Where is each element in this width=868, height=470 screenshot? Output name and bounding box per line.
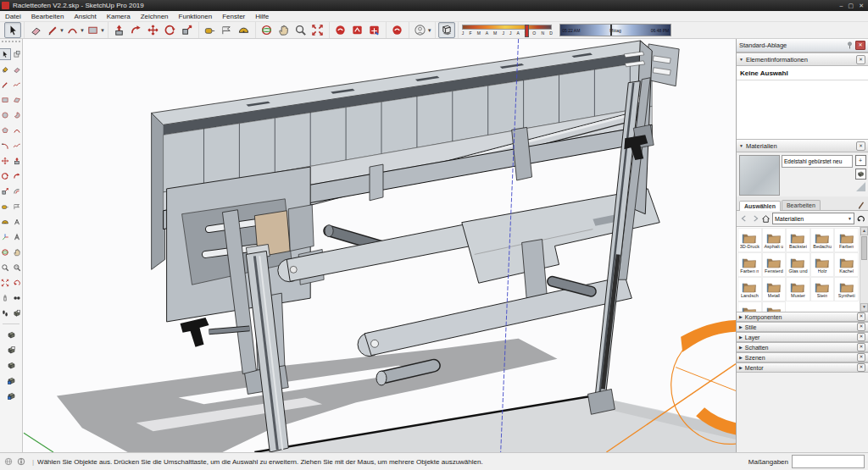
panel-close-button[interactable]: ✕	[857, 333, 865, 341]
warehouse-3d-button[interactable]	[332, 22, 349, 38]
push-pull-tool-button[interactable]	[111, 22, 128, 38]
subtract-tool-button[interactable]	[5, 374, 17, 386]
make-component-button[interactable]	[11, 48, 23, 60]
panel-header-mentor[interactable]: ▶Mentor✕	[737, 362, 868, 373]
rectangle-tool-button[interactable]	[0, 94, 11, 106]
dimension-tool-button[interactable]	[11, 201, 23, 213]
line-tool-button[interactable]	[0, 79, 11, 91]
shadow-date-handle[interactable]	[525, 25, 529, 37]
panel-header-entity-info[interactable]: ▼ Elementinformationen ✕	[737, 53, 868, 66]
material-name-field[interactable]: Edelstahl gebürstet neu	[782, 155, 853, 168]
orbit-tool-button[interactable]	[0, 246, 11, 258]
materials-scrollbar[interactable]: ▲ ▼	[860, 227, 868, 312]
3d-text-tool-button[interactable]	[11, 231, 23, 243]
materials-collection-dropdown[interactable]: Materialien ▼	[772, 213, 854, 224]
section-plane-tool-button[interactable]	[11, 307, 23, 319]
zoom-window-tool-button[interactable]	[11, 262, 23, 274]
axes-tool-button[interactable]	[0, 231, 11, 243]
panel-header-layer[interactable]: ▶Layer✕	[737, 332, 868, 342]
send-to-layout-button[interactable]	[389, 22, 406, 38]
material-folder-teppich[interactable]: Teppich	[737, 301, 762, 312]
pan-tool-button[interactable]	[275, 22, 292, 38]
menu-kamera[interactable]: Kamera	[102, 13, 136, 20]
shape-tool-button[interactable]	[85, 22, 102, 38]
menu-ansicht[interactable]: Ansicht	[69, 13, 101, 20]
polygon-tool-button[interactable]	[0, 124, 11, 136]
arc-tool-button[interactable]	[64, 22, 81, 38]
material-folder-bedachu[interactable]: Bedachu	[810, 228, 835, 252]
material-folder-metall[interactable]: Metall	[762, 277, 787, 301]
expand-arrow-icon[interactable]: ▶	[739, 355, 743, 360]
scale-tool-button[interactable]	[0, 185, 11, 197]
zoom-extents-tool-button[interactable]	[309, 22, 326, 38]
collapse-arrow-icon[interactable]: ▼	[739, 143, 743, 148]
rotate-tool-button[interactable]	[0, 170, 11, 182]
shadows-toggle-button[interactable]	[438, 22, 455, 38]
panel-close-button[interactable]: ✕	[857, 363, 865, 372]
material-folder-farben-n[interactable]: Farben n	[737, 252, 762, 277]
shadow-date-slider[interactable]: J F M A M J J A S O N D	[462, 25, 554, 36]
protractor-tool-button[interactable]	[236, 22, 253, 38]
measurements-input[interactable]	[792, 455, 865, 468]
maximize-button[interactable]: ▢	[849, 3, 854, 9]
rotate-tool-button[interactable]	[162, 22, 179, 38]
line-tool-button[interactable]	[44, 22, 61, 38]
scale-tool-button[interactable]	[179, 22, 196, 38]
trim-tool-button[interactable]	[5, 390, 17, 401]
sample-brush-icon[interactable]	[857, 200, 865, 210]
minimize-button[interactable]: –	[840, 3, 843, 9]
secondary-pane-icon[interactable]	[855, 169, 866, 180]
move-tool-button[interactable]	[145, 22, 162, 38]
credits-info-icon[interactable]	[16, 456, 26, 467]
circle-tool-button[interactable]	[0, 109, 11, 121]
menu-zeichnen[interactable]: Zeichnen	[136, 13, 174, 20]
account-button[interactable]	[412, 22, 429, 38]
material-folder-syntheti[interactable]: Syntheti	[834, 277, 859, 301]
expand-arrow-icon[interactable]: ▶	[739, 345, 743, 350]
material-folder-holz[interactable]: Holz	[810, 252, 835, 277]
scroll-down-icon[interactable]: ▼	[860, 303, 868, 312]
menu-funktionen[interactable]: Funktionen	[174, 13, 218, 20]
menu-datei[interactable]: Datei	[0, 13, 26, 20]
material-folder-muster[interactable]: Muster	[786, 277, 810, 301]
walk-tool-button[interactable]	[0, 307, 11, 319]
geolocation-icon[interactable]	[3, 456, 14, 467]
menu-bearbeiten[interactable]: Bearbeiten	[26, 13, 70, 20]
outer-shell-tool-button[interactable]	[5, 329, 17, 340]
panel-close-button[interactable]: ✕	[857, 312, 865, 321]
panel-header-szenen[interactable]: ▶Szenen✕	[737, 352, 868, 362]
intersect-tool-button[interactable]	[5, 344, 17, 356]
paint-bucket-tool-button[interactable]	[0, 64, 11, 75]
share-model-button[interactable]	[366, 22, 383, 38]
dimension-tool-button[interactable]	[219, 22, 236, 38]
select-tool-button[interactable]	[4, 22, 21, 38]
zoom-extents-tool-button[interactable]	[0, 277, 11, 289]
previous-view-tool-button[interactable]	[11, 277, 23, 289]
position-camera-tool-button[interactable]	[0, 292, 11, 304]
create-material-icon[interactable]: +	[855, 155, 866, 166]
panel-close-button[interactable]: ✕	[857, 353, 865, 362]
arc-tool-button[interactable]	[11, 124, 23, 136]
eraser-tool-button[interactable]	[11, 64, 23, 75]
model-canvas[interactable]	[23, 39, 736, 452]
shadow-time-slider[interactable]: 05:22 AM Mittag 06:48 PM	[559, 24, 671, 36]
back-arrow-icon[interactable]	[739, 214, 748, 224]
tray-close-button[interactable]: ✕	[855, 41, 865, 50]
menu-hilfe[interactable]: Hilfe	[250, 13, 274, 20]
two-point-arc-tool-button[interactable]	[0, 140, 11, 152]
union-tool-button[interactable]	[5, 359, 17, 371]
tray-title-bar[interactable]: Standard-Ablage ✕	[737, 39, 868, 53]
collapse-arrow-icon[interactable]: ▼	[739, 57, 743, 62]
material-folder-fensterd[interactable]: Fensterd	[762, 252, 787, 277]
offset-tool-button[interactable]	[11, 185, 23, 197]
panel-header-komponenten[interactable]: ▶Komponenten✕	[737, 312, 868, 322]
details-arrow-icon[interactable]	[856, 214, 865, 224]
eraser-tool-button[interactable]	[27, 22, 44, 38]
materials-close-button[interactable]: ✕	[856, 141, 865, 151]
push-pull-tool-button[interactable]	[11, 155, 23, 167]
shadow-time-handle[interactable]	[610, 25, 612, 36]
tab-bearbeiten[interactable]: Bearbeiten	[782, 200, 821, 210]
select-tool-button[interactable]	[0, 48, 11, 60]
account-flyout-caret[interactable]: ▼	[427, 28, 432, 33]
freehand-tool-button[interactable]	[11, 79, 23, 91]
